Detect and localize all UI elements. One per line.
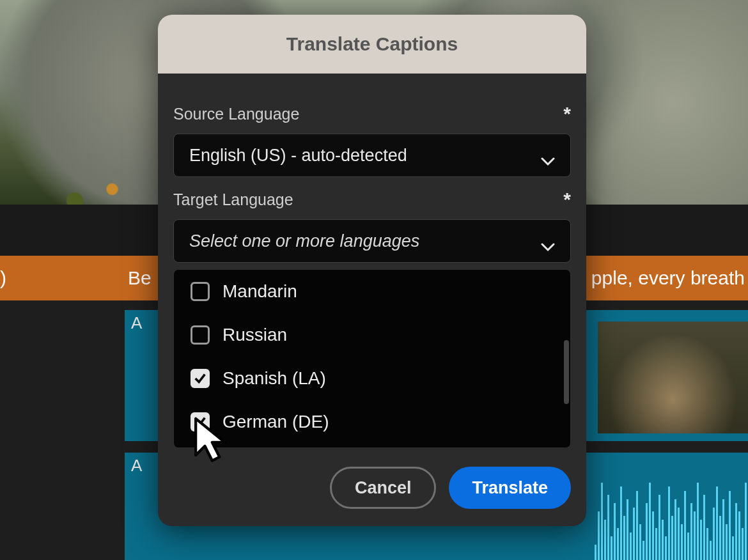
checkbox-unchecked-icon[interactable] bbox=[191, 282, 210, 301]
video-clip-thumbnail[interactable] bbox=[598, 322, 748, 433]
required-asterisk-icon: * bbox=[563, 189, 571, 210]
audio-waveform bbox=[595, 478, 748, 560]
video-track-label: A bbox=[131, 313, 142, 333]
audio-track-label: A bbox=[131, 456, 142, 476]
option-label: German (DE) bbox=[222, 412, 329, 432]
option-russian[interactable]: Russian bbox=[174, 313, 570, 357]
source-language-label: Source Language bbox=[173, 105, 299, 123]
source-language-value: English (US) - auto-detected bbox=[189, 146, 407, 166]
option-spanish-la[interactable]: Spanish (LA) bbox=[174, 357, 570, 400]
option-label: Spanish (LA) bbox=[222, 368, 326, 389]
target-language-placeholder: Select one or more languages bbox=[189, 231, 419, 251]
option-mandarin[interactable]: Mandarin bbox=[174, 270, 570, 313]
source-language-label-row: Source Language * bbox=[173, 103, 571, 125]
option-label: Mandarin bbox=[222, 281, 297, 302]
dialog-body: Source Language * English (US) - auto-de… bbox=[158, 74, 586, 448]
target-language-label-row: Target Language * bbox=[173, 189, 571, 210]
chevron-down-icon bbox=[541, 151, 555, 160]
source-language-select[interactable]: English (US) - auto-detected bbox=[173, 134, 571, 177]
cursor-pointer-icon bbox=[192, 417, 229, 468]
caption-clip-left-fragment: S) bbox=[0, 267, 6, 289]
scrollbar-thumb[interactable] bbox=[564, 340, 569, 404]
caption-clip-right-fragment: pple, every breath bbox=[591, 267, 748, 289]
chevron-down-icon bbox=[541, 237, 555, 245]
checkbox-checked-icon[interactable] bbox=[191, 369, 210, 388]
translate-button[interactable]: Translate bbox=[449, 467, 571, 509]
option-german-de[interactable]: German (DE) bbox=[174, 400, 570, 444]
required-asterisk-icon: * bbox=[563, 103, 571, 125]
target-language-select[interactable]: Select one or more languages bbox=[173, 219, 571, 263]
option-label: Russian bbox=[222, 325, 287, 345]
checkbox-unchecked-icon[interactable] bbox=[191, 325, 210, 345]
target-language-label: Target Language bbox=[173, 191, 293, 209]
cancel-button[interactable]: Cancel bbox=[330, 467, 437, 509]
target-language-options-listbox[interactable]: Mandarin Russian Spanish (LA) German (DE… bbox=[173, 269, 571, 448]
dialog-title: Translate Captions bbox=[158, 15, 586, 74]
